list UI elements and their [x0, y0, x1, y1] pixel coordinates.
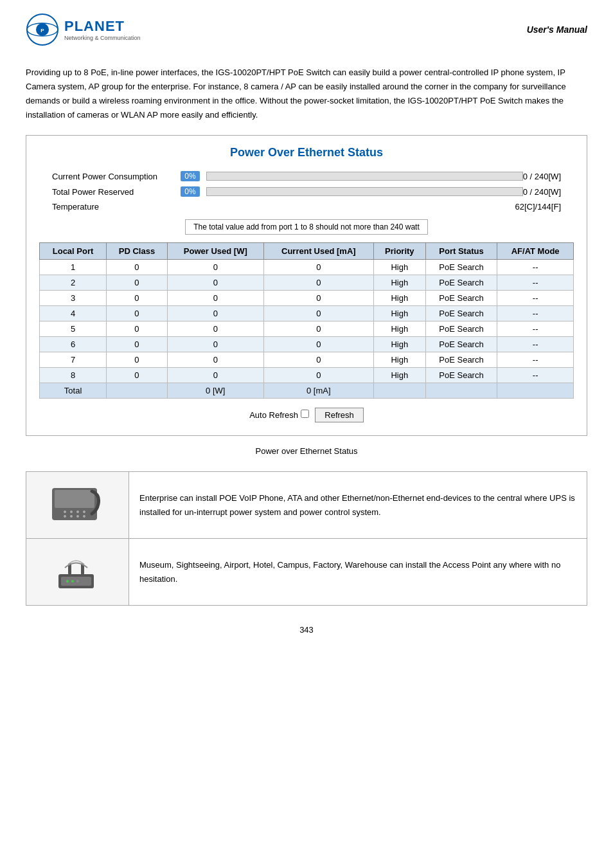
table-cell: High [373, 321, 425, 337]
table-cell: 0 [263, 291, 373, 306]
table-cell: 3 [40, 291, 107, 306]
table-cell: High [373, 291, 425, 306]
voip-image-cell [26, 472, 129, 539]
table-row: 1000HighPoE Search-- [40, 260, 574, 275]
total-power-bar-visual [206, 187, 523, 196]
table-row: 7000HighPoE Search-- [40, 352, 574, 368]
table-cell: 8 [40, 368, 107, 383]
total-power-value: 0 / 240[W] [523, 187, 561, 197]
current-power-bar-visual [206, 172, 523, 181]
table-cell: 2 [40, 275, 107, 291]
table-cell: 0 [167, 306, 263, 321]
col-pd-class: PD Class [107, 243, 168, 260]
total-cell: 0 [mA] [263, 383, 373, 399]
col-port-status: Port Status [425, 243, 497, 260]
table-cell: High [373, 337, 425, 352]
table-cell: PoE Search [425, 321, 497, 337]
auto-refresh-text: Auto Refresh [249, 410, 298, 420]
svg-point-20 [71, 580, 74, 583]
manual-title: User's Manual [527, 24, 587, 35]
table-cell: 0 [107, 321, 168, 337]
table-row: 4000HighPoE Search-- [40, 306, 574, 321]
table-cell: 0 [263, 306, 373, 321]
svg-point-14 [83, 515, 85, 518]
page-header: P P PLANET Networking & Communication Us… [26, 13, 587, 46]
table-cell: 0 [107, 275, 168, 291]
svg-point-13 [76, 515, 79, 518]
ap-image-cell [26, 539, 129, 606]
total-cell: Total [40, 383, 107, 399]
table-cell: -- [497, 260, 574, 275]
table-cell: 0 [167, 291, 263, 306]
total-cell [425, 383, 497, 399]
voip-phone-icon [46, 478, 110, 530]
table-cell: 0 [167, 321, 263, 337]
planet-logo-icon: P P [26, 13, 59, 46]
current-power-bar: 0% [181, 171, 523, 181]
col-af-at: AF/AT Mode [497, 243, 574, 260]
access-point-icon [46, 545, 110, 597]
table-cell: 6 [40, 337, 107, 352]
temperature-value: 62[C]/144[F] [515, 202, 561, 212]
page-number: 343 [26, 625, 587, 635]
total-cell [497, 383, 574, 399]
table-cell: 0 [167, 260, 263, 275]
table-cell: 0 [263, 275, 373, 291]
total-power-percent: 0% [181, 186, 200, 197]
poe-table: Local Port PD Class Power Used [W] Curre… [39, 242, 574, 399]
temperature-label: Temperature [52, 202, 181, 212]
auto-refresh-checkbox[interactable] [301, 410, 309, 418]
table-cell: 0 [167, 368, 263, 383]
auto-refresh-label[interactable]: Auto Refresh [249, 410, 315, 420]
table-cell: 0 [263, 368, 373, 383]
table-cell: PoE Search [425, 275, 497, 291]
table-cell: -- [497, 337, 574, 352]
table-cell: 1 [40, 260, 107, 275]
table-cell: 0 [107, 291, 168, 306]
svg-point-21 [76, 580, 79, 583]
col-priority: Priority [373, 243, 425, 260]
table-cell: -- [497, 275, 574, 291]
total-power-label: Total Power Reserved [52, 187, 181, 197]
table-cell: 0 [263, 260, 373, 275]
logo-text: PLANET Networking & Communication [64, 18, 141, 41]
voip-feature-text: Enterprise can install POE VoIP Phone, A… [129, 472, 587, 539]
table-row: 2000HighPoE Search-- [40, 275, 574, 291]
svg-point-7 [64, 511, 66, 513]
total-cell [373, 383, 425, 399]
table-cell: 0 [263, 352, 373, 368]
table-cell: 0 [107, 337, 168, 352]
table-header-row: Local Port PD Class Power Used [W] Curre… [40, 243, 574, 260]
table-cell: 0 [107, 260, 168, 275]
refresh-button[interactable]: Refresh [315, 408, 364, 422]
current-power-label: Current Power Consumption [52, 172, 181, 181]
svg-text:P: P [40, 28, 44, 33]
refresh-row: Auto Refresh Refresh [39, 408, 574, 422]
table-cell: High [373, 352, 425, 368]
poe-title: Power Over Ethernet Status [39, 146, 574, 159]
table-cell: PoE Search [425, 337, 497, 352]
svg-point-12 [70, 515, 73, 518]
col-current-used: Current Used [mA] [263, 243, 373, 260]
feature-row-voip: Enterprise can install POE VoIP Phone, A… [26, 472, 587, 539]
ap-text: Museum, Sightseeing, Airport, Hotel, Cam… [139, 560, 560, 584]
table-cell: 4 [40, 306, 107, 321]
table-cell: High [373, 275, 425, 291]
total-power-row: Total Power Reserved 0% 0 / 240[W] [52, 186, 561, 197]
total-power-bar: 0% [181, 186, 523, 197]
logo-subtitle: Networking & Communication [64, 35, 141, 41]
col-local-port: Local Port [40, 243, 107, 260]
table-cell: 7 [40, 352, 107, 368]
table-cell: -- [497, 368, 574, 383]
table-row: 8000HighPoE Search-- [40, 368, 574, 383]
svg-point-11 [64, 515, 66, 518]
voip-text: Enterprise can install POE VoIP Phone, A… [139, 493, 575, 517]
intro-paragraph: Providing up to 8 PoE, in-line power int… [26, 66, 587, 122]
table-cell: -- [497, 306, 574, 321]
svg-rect-16 [61, 577, 91, 586]
ap-feature-text: Museum, Sightseeing, Airport, Hotel, Cam… [129, 539, 587, 606]
current-power-percent: 0% [181, 171, 200, 181]
table-cell: PoE Search [425, 260, 497, 275]
svg-point-8 [70, 511, 73, 513]
poe-table-body: 1000HighPoE Search--2000HighPoE Search--… [40, 260, 574, 399]
